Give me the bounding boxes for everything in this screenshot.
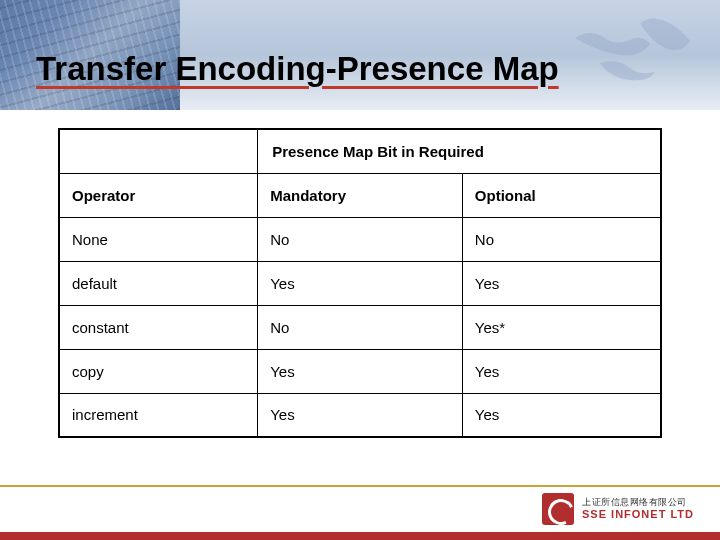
cell-optional: No [462, 217, 661, 261]
table-row: None No No [59, 217, 661, 261]
footer-divider [0, 485, 720, 487]
sse-infonet-logo: 上证所信息网络有限公司 SSE INFONET LTD [542, 493, 694, 525]
cell-operator: default [59, 261, 258, 305]
cell-mandatory: Yes [258, 261, 463, 305]
table-row: increment Yes Yes [59, 393, 661, 437]
cell-optional: Yes* [462, 305, 661, 349]
logo-text-cn: 上证所信息网络有限公司 [582, 498, 694, 507]
table-header-row-1: Presence Map Bit in Required [59, 129, 661, 173]
cell-mandatory: No [258, 305, 463, 349]
footer-bar [0, 532, 720, 540]
cell-optional: Yes [462, 261, 661, 305]
empty-header-cell [59, 129, 258, 173]
cell-operator: constant [59, 305, 258, 349]
cell-mandatory: Yes [258, 349, 463, 393]
table-header-row-2: Operator Mandatory Optional [59, 173, 661, 217]
footer: 上证所信息网络有限公司 SSE INFONET LTD [0, 485, 720, 540]
slide-title: Transfer Encoding-Presence Map [36, 50, 700, 88]
logo-mark-icon [542, 493, 574, 525]
cell-optional: Yes [462, 393, 661, 437]
table-row: copy Yes Yes [59, 349, 661, 393]
header-mandatory: Mandatory [258, 173, 463, 217]
cell-operator: copy [59, 349, 258, 393]
logo-text-en: SSE INFONET LTD [582, 509, 694, 520]
cell-mandatory: Yes [258, 393, 463, 437]
header-optional: Optional [462, 173, 661, 217]
cell-operator: increment [59, 393, 258, 437]
table-row: constant No Yes* [59, 305, 661, 349]
presence-map-table: Presence Map Bit in Required Operator Ma… [58, 128, 662, 438]
header-operator: Operator [59, 173, 258, 217]
cell-optional: Yes [462, 349, 661, 393]
merged-header-cell: Presence Map Bit in Required [258, 129, 661, 173]
table-row: default Yes Yes [59, 261, 661, 305]
cell-mandatory: No [258, 217, 463, 261]
cell-operator: None [59, 217, 258, 261]
